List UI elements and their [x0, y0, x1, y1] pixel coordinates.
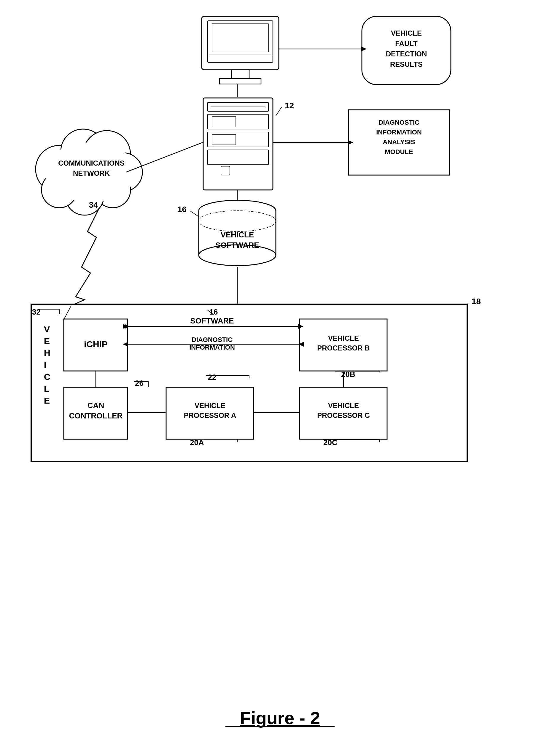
svg-rect-12: [207, 150, 268, 165]
ref-22: 22: [208, 373, 217, 382]
diag-label-2: INFORMATION: [376, 129, 422, 136]
vehicle-e2: E: [44, 396, 50, 405]
diag-label-3: ANALYSIS: [383, 138, 415, 146]
vehicle-e: E: [44, 336, 50, 346]
svg-text:12: 12: [285, 101, 294, 110]
proc-a-label-1: VEHICLE: [195, 402, 225, 409]
svg-line-7: [276, 107, 282, 116]
ref-26: 26: [135, 379, 144, 388]
svg-rect-5: [212, 24, 268, 52]
vehicle-i: I: [44, 360, 46, 370]
svg-rect-15: [212, 117, 236, 127]
vehicle-software-label: VEHICLE: [221, 230, 254, 239]
svg-rect-13: [221, 166, 230, 175]
proc-c-label-1: VEHICLE: [328, 402, 359, 409]
comm-label-2: NETWORK: [73, 169, 110, 177]
ref-34: 34: [89, 200, 98, 210]
vehicle-h: H: [44, 348, 51, 358]
proc-b-label-2: PROCESSOR B: [317, 344, 369, 352]
svg-text:16: 16: [177, 205, 186, 214]
diag-label-1: DIAGNOSTIC: [378, 119, 419, 126]
diag-flow-label-2: INFORMATION: [189, 344, 235, 351]
svg-rect-2: [231, 70, 249, 79]
proc-a-label-2: PROCESSOR A: [184, 411, 236, 419]
ref-32: 32: [32, 307, 41, 316]
diag-flow-label-1: DIAGNOSTIC: [192, 336, 233, 343]
figure-label: Figure - 2: [240, 708, 320, 728]
svg-rect-16: [212, 134, 236, 145]
main-diagram-svg: 12 16 VEHICLE SOFTWARE VEHICLE FAULT: [0, 0, 560, 752]
ichip-label: iCHIP: [84, 339, 108, 349]
ref-20c: 20C: [323, 438, 338, 447]
svg-line-41: [126, 142, 203, 172]
vehicle-l: L: [44, 384, 49, 393]
diag-label-4: MODULE: [385, 148, 413, 155]
fault-label-2: FAULT: [395, 39, 418, 47]
vehicle-v: V: [44, 324, 50, 334]
can-label-2: CONTROLLER: [69, 411, 123, 420]
diagram-container: 12 16 VEHICLE SOFTWARE VEHICLE FAULT: [0, 0, 560, 752]
svg-rect-3: [220, 79, 261, 84]
fault-label-3: DETECTION: [386, 50, 427, 58]
ref-18: 18: [472, 297, 481, 306]
vehicle-software-label2: SOFTWARE: [215, 241, 259, 250]
fault-label-1: VEHICLE: [391, 29, 422, 37]
comm-label-1: COMMUNICATIONS: [58, 159, 125, 167]
proc-c-label-2: PROCESSOR C: [317, 411, 369, 419]
proc-b-label-1: VEHICLE: [328, 334, 359, 342]
fault-label-4: RESULTS: [390, 60, 423, 68]
ref-16-box: 16: [209, 307, 218, 316]
vehicle-c: C: [44, 372, 51, 382]
can-label-1: CAN: [87, 401, 104, 410]
software-flow-label: SOFTWARE: [190, 316, 234, 325]
svg-line-18: [190, 211, 199, 217]
